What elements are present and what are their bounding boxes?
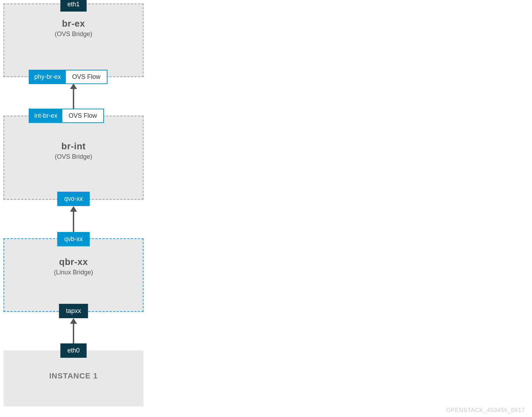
ovs-flow-label-2: OVS Flow [62, 109, 103, 122]
qvb-xx-badge: qvb-xx [57, 232, 90, 246]
br-ex-title: br-ex [11, 18, 136, 29]
instance-box: eth0 INSTANCE 1 [4, 350, 144, 406]
br-ex-subtitle: (OVS Bridge) [11, 30, 136, 38]
int-br-ex-label: int-br-ex [29, 109, 62, 122]
footer-label: OPENSTACK_450456_0617 [446, 407, 525, 413]
instance-title: INSTANCE 1 [10, 371, 136, 381]
br-int-title: br-int [11, 141, 136, 152]
arrow-brint-qbr [73, 210, 74, 235]
network-diagram: eth1 br-ex (OVS Bridge) phy-br-ex OVS Fl… [4, 4, 144, 406]
br-int-box: int-br-ex OVS Flow br-int (OVS Bridge) q… [4, 116, 144, 200]
qbr-xx-subtitle: (Linux Bridge) [11, 269, 136, 276]
ovs-flow-label-1: OVS Flow [66, 70, 107, 83]
eth0-badge: eth0 [60, 343, 86, 358]
tapxx-badge: tapxx [59, 304, 88, 318]
phy-br-ex-pair: phy-br-ex OVS Flow [29, 70, 107, 84]
qbr-xx-title: qbr-xx [11, 257, 136, 267]
qvo-xx-badge: qvo-xx [57, 192, 90, 206]
qbr-xx-box: qvb-xx qbr-xx (Linux Bridge) tapxx [4, 238, 144, 312]
br-int-subtitle: (OVS Bridge) [11, 153, 136, 160]
eth1-badge: eth1 [60, 0, 86, 12]
phy-br-ex-label: phy-br-ex [29, 70, 66, 83]
int-br-ex-pair: int-br-ex OVS Flow [29, 109, 104, 123]
br-ex-box: eth1 br-ex (OVS Bridge) phy-br-ex OVS Fl… [4, 4, 144, 77]
